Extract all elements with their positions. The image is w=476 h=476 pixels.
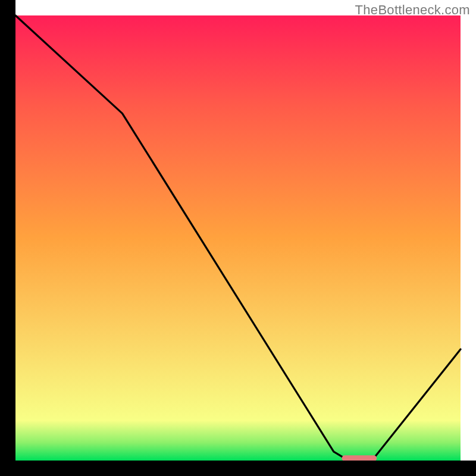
chart-stage: TheBottleneck.com	[0, 0, 476, 476]
bottleneck-chart	[0, 0, 476, 476]
plot-background	[15, 15, 461, 461]
watermark-text: TheBottleneck.com	[355, 2, 470, 18]
